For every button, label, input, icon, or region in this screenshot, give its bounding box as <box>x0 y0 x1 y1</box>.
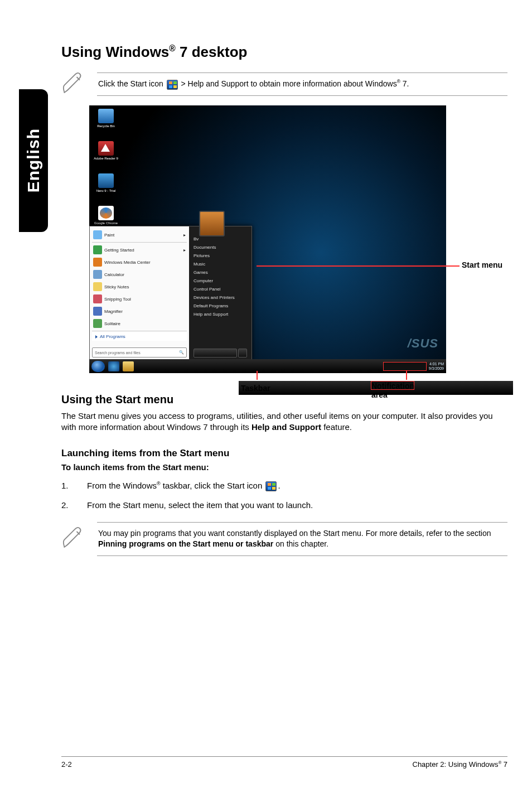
clock[interactable]: 4:01 PM 9/3/2009 <box>429 362 444 370</box>
note-icon <box>61 525 86 552</box>
start-right-item[interactable]: Music <box>194 262 247 267</box>
start-menu: Paint▸ Getting Started▸ Windows Media Ce… <box>89 226 252 360</box>
start-menu-item[interactable]: Solitaire <box>92 317 187 330</box>
start-right-item[interactable]: Devices and Printers <box>194 295 247 300</box>
page-number: 2-2 <box>61 760 72 769</box>
start-menu-item[interactable]: Windows Media Center <box>92 256 187 268</box>
callout-start-menu: Start menu <box>462 260 502 269</box>
callout-notification-area: Notification area <box>371 381 414 390</box>
chapter-label: Chapter 2: Using Windows® 7 <box>413 760 508 769</box>
bottom-note: You may pin programs that you want const… <box>61 522 507 556</box>
taskbar: 4:01 PM 9/3/2009 <box>89 359 446 373</box>
step: 1. From the Windows® taskbar, click the … <box>61 480 507 491</box>
desktop-icon[interactable]: Nero 9 - Trial <box>94 173 118 204</box>
start-menu-item[interactable]: Sticky Notes <box>92 281 187 293</box>
page-title: Using Windows® 7 desktop <box>61 44 507 61</box>
notification-area[interactable] <box>383 362 427 371</box>
desktop-screenshot: Recycle Bin Adobe Reader 9 Nero 9 - Tria… <box>89 105 446 373</box>
top-note: Click the Start icon > Help and Support … <box>61 71 507 98</box>
body-paragraph: The Start menu gives you access to progr… <box>61 410 507 433</box>
language-tab-label: English <box>24 128 43 192</box>
steps-list: 1. From the Windows® taskbar, click the … <box>61 480 507 511</box>
start-button[interactable] <box>91 361 105 372</box>
desktop-icon[interactable]: Recycle Bin <box>94 109 118 139</box>
start-menu-item[interactable]: Getting Started▸ <box>92 244 187 256</box>
user-avatar[interactable] <box>199 211 225 236</box>
start-menu-item[interactable]: Paint▸ <box>92 229 187 241</box>
figure: Recycle Bin Adobe Reader 9 Nero 9 - Tria… <box>89 105 513 373</box>
callout-line <box>257 265 460 267</box>
taskbar-explorer-icon[interactable] <box>123 361 134 371</box>
page-footer: 2-2 Chapter 2: Using Windows® 7 <box>61 756 507 769</box>
start-menu-item[interactable]: Snipping Tool <box>92 293 187 305</box>
start-icon <box>265 481 277 491</box>
start-right-item[interactable]: Bv <box>194 236 247 241</box>
language-tab: English <box>19 89 48 232</box>
start-right-item[interactable]: Computer <box>194 278 247 283</box>
all-programs[interactable]: All Programs <box>92 332 187 341</box>
start-right-item[interactable]: Help and Support <box>194 312 247 317</box>
shutdown-options-button[interactable] <box>238 349 247 357</box>
start-right-item[interactable]: Games <box>194 270 247 275</box>
start-right-item[interactable]: Pictures <box>194 253 247 258</box>
section-heading: Using the Start menu <box>61 393 507 406</box>
shutdown-button[interactable] <box>194 349 237 357</box>
note-icon <box>61 71 86 98</box>
desktop-icon[interactable]: Adobe Reader 9 <box>94 141 118 171</box>
callout-line <box>257 371 258 380</box>
subsection-heading: Launching items from the Start menu <box>61 448 507 459</box>
step: 2. From the Start menu, select the item … <box>61 499 507 511</box>
start-right-item[interactable]: Documents <box>194 245 247 250</box>
taskbar-ie-icon[interactable] <box>108 361 119 371</box>
start-right-item[interactable]: Default Programs <box>194 303 247 308</box>
search-input[interactable]: Search programs and files🔍 <box>92 347 187 357</box>
start-menu-item[interactable]: Magnifier <box>92 305 187 317</box>
procedure-heading: To launch items from the Start menu: <box>61 462 507 472</box>
callout-line <box>406 371 407 380</box>
start-icon <box>167 80 178 90</box>
asus-logo: /SUS <box>408 336 438 351</box>
start-right-item[interactable]: Control Panel <box>194 287 247 292</box>
start-menu-item[interactable]: Calculator <box>92 268 187 281</box>
